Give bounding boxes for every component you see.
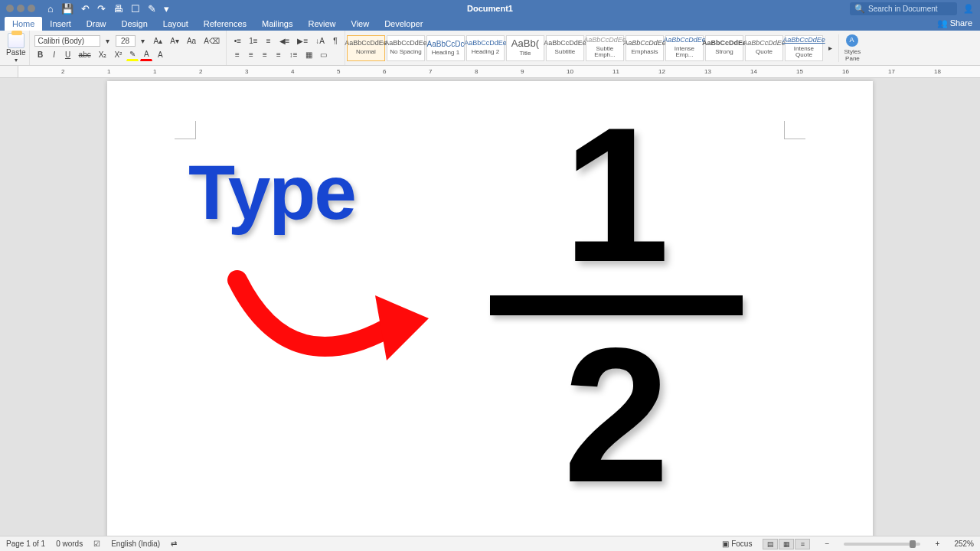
maximize-window-button[interactable] [28,5,35,12]
highlight-color-button[interactable]: ✎ [126,49,139,61]
redo-icon[interactable]: ↷ [97,3,106,15]
style-heading-2[interactable]: AaBbCcDdEeHeading 2 [466,35,505,61]
style-heading-1[interactable]: AaBbCcDcHeading 1 [426,35,465,61]
style-intense-emp-[interactable]: AaBbCcDdEeIntense Emp... [665,35,704,61]
horizontal-ruler[interactable]: 21123456789101112131415161718 [18,66,980,77]
undo-icon[interactable]: ↶ [81,3,90,15]
select-icon[interactable]: ✎ [148,3,156,15]
increase-indent-button[interactable]: ▶≡ [294,35,311,47]
styles-pane-button[interactable]: Styles Pane [838,34,866,62]
multilevel-list-button[interactable]: ≡ [263,35,275,47]
increase-font-button[interactable]: A▴ [151,35,166,47]
zoom-handle[interactable] [910,540,916,548]
print-layout-view-button[interactable]: ▤ [763,539,778,549]
account-icon[interactable]: 👤 [963,4,974,14]
style-subtitle[interactable]: AaBbCcDdEeSubtitle [546,35,584,61]
ruler-corner [0,66,18,77]
tab-insert[interactable]: Insert [42,17,79,31]
clipboard-icon [8,33,24,48]
decrease-font-button[interactable]: A▾ [167,35,182,47]
italic-button[interactable]: I [48,49,60,61]
ruler-tick: 18 [934,68,941,75]
track-changes-icon[interactable]: ⇄ [171,540,177,548]
font-size-dropdown-icon[interactable]: ▾ [137,35,149,47]
change-case-button[interactable]: Aa [184,35,199,47]
align-left-button[interactable]: ≡ [231,49,243,61]
zoom-in-button[interactable]: + [931,538,943,550]
paste-group[interactable]: Paste ▾ [3,31,30,65]
tab-design[interactable]: Design [114,17,155,31]
show-marks-button[interactable]: ¶ [329,35,341,47]
clear-formatting-button[interactable]: A⌫ [201,35,223,47]
style-intense-quote[interactable]: AaBbCcDdEeIntense Quote [785,35,823,61]
tab-layout[interactable]: Layout [155,17,196,31]
shading-button[interactable]: ▦ [302,49,315,61]
customize-icon[interactable]: ▾ [164,3,169,15]
fraction-display: 1 2 [490,104,743,506]
text-effects-button[interactable]: A [154,49,166,61]
tab-draw[interactable]: Draw [79,17,114,31]
style-no-spacing[interactable]: AaBbCcDdEeNo Spacing [387,35,425,61]
font-size-input[interactable]: 28 [116,35,136,47]
tab-references[interactable]: References [196,17,254,31]
tab-view[interactable]: View [344,17,377,31]
style-normal[interactable]: AaBbCcDdEeNormal [347,35,385,61]
type-annotation-text: Type [188,148,355,236]
font-color-button[interactable]: A [140,49,152,61]
ruler-tick: 2 [199,68,202,75]
tab-review[interactable]: Review [300,17,343,31]
close-window-button[interactable] [6,5,14,12]
search-box[interactable]: 🔍 [850,2,957,15]
style-emphasis[interactable]: AaBbCcDdEeEmphasis [626,35,664,61]
focus-mode-button[interactable]: ▣ Focus [722,540,752,548]
paste-dropdown-icon[interactable]: ▾ [15,57,18,64]
share-button[interactable]: 👥 Share [929,16,980,31]
style-strong[interactable]: AaBbCcDdEeStrong [705,35,743,61]
font-name-select[interactable]: Calibri (Body) [34,35,100,47]
language-status[interactable]: English (India) [111,540,160,548]
strikethrough-button[interactable]: abc [76,49,94,61]
style-title[interactable]: AaBb(Title [506,35,544,61]
underline-button[interactable]: U [62,49,74,61]
superscript-button[interactable]: X² [111,49,125,61]
print-icon[interactable]: 🖶 [113,3,123,15]
align-right-button[interactable]: ≡ [259,49,271,61]
bold-button[interactable]: B [34,49,47,61]
numbering-button[interactable]: 1≡ [246,35,260,47]
zoom-out-button[interactable]: − [821,538,833,550]
document-area[interactable]: Type 1 2 [0,78,980,536]
touch-mode-icon[interactable]: ☐ [131,3,140,15]
line-spacing-button[interactable]: ↕≡ [286,49,301,61]
ruler-tick: 9 [521,68,524,75]
style-subtle-emph-[interactable]: AaBbCcDdEeSubtle Emph... [586,35,624,61]
tab-home[interactable]: Home [5,17,42,31]
font-name-dropdown-icon[interactable]: ▾ [102,35,114,47]
margin-marker-tl [175,121,196,139]
arrow-annotation [222,265,452,395]
home-icon[interactable]: ⌂ [47,3,54,15]
zoom-slider[interactable] [844,543,920,546]
tab-developer[interactable]: Developer [377,17,430,31]
spellcheck-icon[interactable]: ☑ [93,540,100,548]
minimize-window-button[interactable] [17,5,24,12]
style-quote[interactable]: AaBbCcDdEeQuote [745,35,783,61]
word-count[interactable]: 0 words [56,540,83,548]
save-icon[interactable]: 💾 [61,3,74,15]
page[interactable]: Type 1 2 [107,81,873,536]
search-input[interactable] [868,5,952,13]
styles-more-button[interactable]: ▸ [825,35,837,61]
align-center-button[interactable]: ≡ [245,49,257,61]
decrease-indent-button[interactable]: ◀≡ [276,35,293,47]
styles-gallery[interactable]: AaBbCcDdEeNormalAaBbCcDdEeNo SpacingAaBb… [347,35,823,61]
subscript-button[interactable]: X₂ [96,49,110,61]
tab-mailings[interactable]: Mailings [254,17,300,31]
justify-button[interactable]: ≡ [273,49,285,61]
outline-view-button[interactable]: ≡ [795,539,810,549]
web-layout-view-button[interactable]: ▦ [779,539,794,549]
bullets-button[interactable]: •≡ [231,35,244,47]
ruler-tick: 2 [61,68,64,75]
borders-button[interactable]: ▭ [317,49,330,61]
zoom-level[interactable]: 252% [954,540,974,548]
page-status[interactable]: Page 1 of 1 [6,540,45,548]
sort-button[interactable]: ↓A [312,35,328,47]
